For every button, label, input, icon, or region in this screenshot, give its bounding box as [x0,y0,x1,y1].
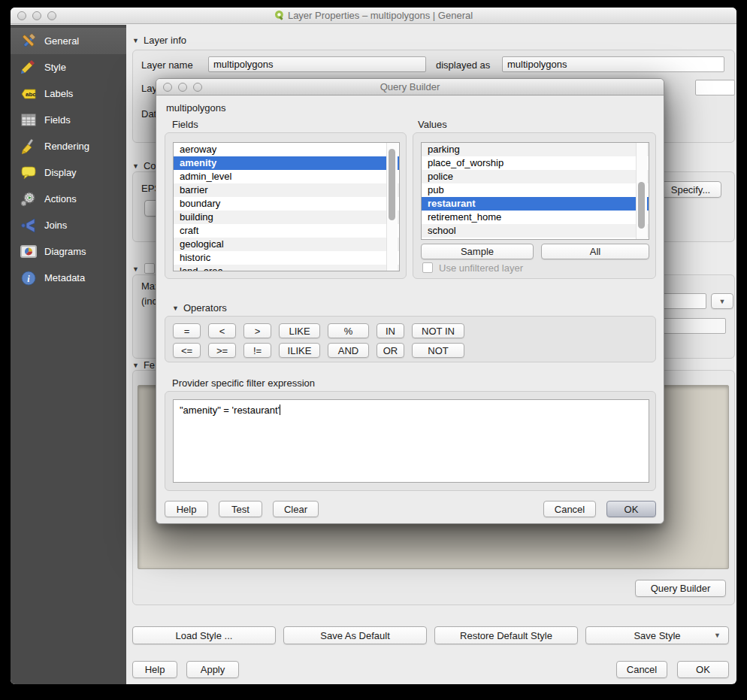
sidebar-item-label: Rendering [44,141,89,152]
field-list-item[interactable]: barrier [174,183,399,197]
value-list-item[interactable]: retirement_home [422,211,649,224]
operator-button[interactable]: <= [173,343,201,358]
test-button[interactable]: Test [219,501,262,517]
text-cursor [280,405,280,415]
operator-button[interactable]: IN [377,323,404,338]
operator-button[interactable]: = [173,323,201,338]
chart-icon [20,244,38,260]
operator-button[interactable]: LIKE [279,323,320,338]
query-builder-dialog: Query Builder multipolygons Fields aerow… [156,78,664,524]
field-list-item[interactable]: aeroway [174,143,399,156]
dialog-title: Query Builder [156,81,664,92]
field-list-item[interactable]: boundary [174,197,399,211]
value-list-item[interactable]: place_of_worship [422,156,649,170]
sidebar-item-actions[interactable]: Actions [11,186,126,212]
fields-scrollbar[interactable] [386,143,398,271]
sidebar-item-fields[interactable]: Fields [11,107,126,133]
field-list-item[interactable]: geological [174,238,399,251]
help-button[interactable]: Help [132,661,177,678]
sidebar-item-label: Display [44,167,77,178]
dialog-titlebar[interactable]: Query Builder [156,79,664,95]
expression-groupbox: "amenity" = 'restaurant' [165,391,656,491]
sidebar-item-label: Labels [44,88,73,99]
restore-default-style-button[interactable]: Restore Default Style [434,626,578,644]
layer-source-input[interactable] [695,80,735,95]
sidebar-item-label: Joins [44,220,67,231]
all-button[interactable]: All [541,244,649,259]
apply-button[interactable]: Apply [186,661,239,678]
save-style-button[interactable]: Save Style ▼ [585,626,729,644]
sidebar-item-diagrams[interactable]: Diagrams [11,238,126,265]
qgis-logo-icon [274,10,285,20]
operator-button[interactable]: ILIKE [279,343,320,358]
feature-subset-header[interactable]: ▼Fe [132,359,155,371]
sidebar-item-rendering[interactable]: Rendering [11,133,126,159]
value-list-item[interactable]: police [422,170,649,183]
scale-combo-arrow-button[interactable]: ▼ [711,293,733,309]
crs-header[interactable]: ▼Co [132,160,156,171]
sidebar-item-metadata[interactable]: i Metadata [11,265,126,291]
save-as-default-button[interactable]: Save As Default [283,626,427,644]
dialog-ok-button[interactable]: OK [606,501,656,517]
scrollbar-thumb[interactable] [389,149,395,220]
operator-button[interactable]: < [208,323,236,338]
operators-header[interactable]: ▼Operators [172,302,227,314]
operator-button[interactable]: AND [328,343,369,358]
operator-button[interactable]: OR [377,343,404,358]
specify-button[interactable]: Specify... [660,181,721,198]
field-list-item[interactable]: amenity [174,156,399,170]
speech-bubble-icon [20,165,38,181]
layer-info-header[interactable]: ▼Layer info [132,35,186,46]
operator-button[interactable]: NOT [412,343,464,358]
cancel-button[interactable]: Cancel [616,661,667,678]
load-style-button[interactable]: Load Style ... [132,626,276,644]
use-unfiltered-label: Use unfiltered layer [439,262,523,274]
fields-list[interactable]: aerowayamenityadmin_levelbarrierboundary… [173,142,400,271]
data-encoding-label: Dat [141,108,156,120]
values-list[interactable]: parkingplace_of_worshippolicepubrestaura… [421,142,649,240]
field-list-item[interactable]: craft [174,224,399,238]
operator-button[interactable]: > [243,323,271,338]
sidebar-item-label: Actions [44,193,77,205]
svg-text:abc: abc [26,91,36,98]
operator-button[interactable]: != [243,343,271,358]
values-header: Values [418,119,447,130]
scale-inclusive-label: (inc [141,295,157,307]
scale-checkbox[interactable] [144,263,155,274]
layer-name-input[interactable]: multipolygons [208,56,426,72]
field-list-item[interactable]: admin_level [174,170,399,183]
expression-textarea[interactable]: "amenity" = 'restaurant' [173,399,649,483]
value-list-item[interactable]: pub [422,183,649,197]
sample-button[interactable]: Sample [421,244,534,259]
displayed-as-input[interactable]: multipolygons [502,56,724,72]
operator-button[interactable]: >= [208,343,236,358]
operator-button[interactable]: % [328,323,369,338]
query-builder-button[interactable]: Query Builder [635,580,726,597]
ok-button[interactable]: OK [677,661,729,678]
value-list-item[interactable]: parking [422,143,649,156]
table-icon [20,112,38,129]
sidebar-item-display[interactable]: Display [11,159,126,186]
field-list-item[interactable]: land_area [174,265,399,271]
values-scrollbar[interactable] [636,143,647,239]
sidebar-item-joins[interactable]: Joins [11,212,126,238]
value-list-item[interactable]: restaurant [422,197,649,211]
scrollbar-thumb[interactable] [638,182,645,229]
scale-header[interactable]: ▼ [132,263,144,274]
sidebar-item-general[interactable]: General [11,28,126,54]
dialog-cancel-button[interactable]: Cancel [543,501,596,517]
field-list-item[interactable]: historic [174,251,399,265]
clear-button[interactable]: Clear [273,501,319,517]
operator-button[interactable]: NOT IN [412,323,464,338]
use-unfiltered-checkbox[interactable] [422,262,433,273]
field-list-item[interactable]: building [174,211,399,224]
collapse-triangle-icon: ▼ [132,162,139,170]
dialog-help-button[interactable]: Help [165,501,208,517]
sidebar-item-style[interactable]: Style [11,54,126,80]
value-list-item[interactable]: school [422,224,649,238]
abc-tag-icon: abc [20,86,38,102]
values-groupbox: parkingplace_of_worshippolicepubrestaura… [413,132,656,279]
layer-source-label: Lay [141,83,157,94]
sidebar-item-labels[interactable]: abc Labels [11,80,126,107]
window-titlebar[interactable]: Layer Properties – multipolygons | Gener… [11,8,736,24]
